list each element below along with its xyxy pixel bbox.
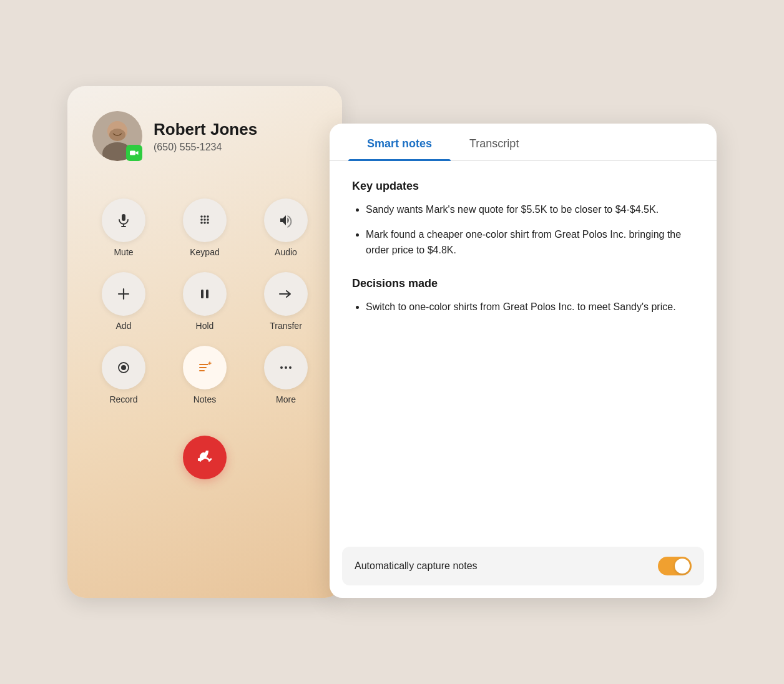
end-call-button[interactable] [183, 436, 227, 479]
tab-smart-notes[interactable]: Smart notes [348, 124, 451, 160]
keypad-label: Keypad [190, 247, 219, 257]
toggle-thumb [675, 559, 690, 574]
mute-button[interactable]: Mute [92, 198, 155, 257]
svg-point-8 [200, 215, 203, 218]
audio-button[interactable]: Audio [255, 198, 317, 257]
svg-point-3 [109, 129, 125, 141]
list-item: Sandy wants Mark's new quote for $5.5K t… [366, 202, 694, 218]
mute-label: Mute [114, 247, 133, 257]
svg-point-29 [280, 366, 283, 369]
add-label: Add [116, 321, 132, 331]
svg-rect-4 [130, 151, 135, 155]
capture-toggle[interactable] [658, 557, 692, 575]
decisions-title: Decisions made [352, 277, 694, 290]
capture-notes-bar: Automatically capture notes [342, 547, 704, 585]
svg-rect-19 [201, 290, 203, 298]
tabs-bar: Smart notes Transcript [330, 124, 717, 161]
hold-icon [197, 286, 212, 301]
caller-info: Robert Jones (650) 555-1234 [92, 111, 257, 161]
add-icon [116, 286, 131, 301]
svg-point-15 [203, 222, 206, 224]
key-updates-section: Key updates Sandy wants Mark's new quote… [352, 180, 694, 258]
svg-point-10 [207, 215, 209, 218]
transfer-button[interactable]: Transfer [255, 272, 317, 331]
svg-point-12 [203, 218, 206, 221]
tab-transcript[interactable]: Transcript [451, 124, 537, 160]
notes-icon [197, 360, 213, 375]
transfer-label: Transfer [270, 321, 302, 331]
svg-point-11 [200, 218, 203, 221]
video-badge [126, 145, 142, 161]
list-item: Mark found a cheaper one-color shirt fro… [366, 227, 694, 258]
decisions-section: Decisions made Switch to one-color shirt… [352, 277, 694, 315]
caller-phone: (650) 555-1234 [154, 142, 257, 153]
key-updates-list: Sandy wants Mark's new quote for $5.5K t… [352, 202, 694, 258]
notes-button[interactable]: Notes [174, 346, 236, 404]
caller-text: Robert Jones (650) 555-1234 [154, 120, 257, 153]
hold-label: Hold [196, 321, 214, 331]
audio-label: Audio [275, 247, 297, 257]
decisions-list: Switch to one-color shirts from Great Po… [352, 299, 694, 315]
key-updates-title: Key updates [352, 180, 694, 193]
notes-label: Notes [194, 394, 217, 404]
more-icon [278, 360, 293, 375]
button-grid: Mute Keypad [92, 198, 317, 404]
list-item: Switch to one-color shirts from Great Po… [366, 299, 694, 315]
transfer-icon [278, 286, 294, 301]
keypad-icon [197, 213, 212, 228]
svg-rect-5 [122, 214, 125, 221]
svg-point-16 [207, 222, 209, 224]
avatar [92, 111, 142, 161]
keypad-button[interactable]: Keypad [174, 198, 236, 257]
record-button[interactable]: Record [92, 346, 155, 404]
smart-notes-card: Smart notes Transcript Key updates Sandy… [330, 124, 717, 598]
phone-card: Robert Jones (650) 555-1234 Mute [67, 86, 342, 598]
mic-icon [116, 213, 131, 228]
toggle-track [658, 557, 692, 575]
svg-point-23 [121, 365, 126, 370]
more-button[interactable]: More [255, 346, 317, 404]
svg-rect-20 [206, 290, 208, 298]
caller-name: Robert Jones [154, 120, 257, 139]
add-button[interactable]: Add [92, 272, 155, 331]
end-call-icon [196, 449, 213, 466]
svg-point-14 [200, 222, 203, 224]
capture-notes-label: Automatically capture notes [355, 560, 478, 572]
audio-icon [278, 213, 293, 228]
more-label: More [276, 394, 296, 404]
svg-point-9 [203, 215, 206, 218]
record-label: Record [109, 394, 137, 404]
record-icon [116, 360, 131, 375]
svg-point-31 [289, 366, 292, 369]
svg-point-13 [207, 218, 209, 221]
svg-point-30 [285, 366, 287, 369]
hold-button[interactable]: Hold [174, 272, 236, 331]
notes-content: Key updates Sandy wants Mark's new quote… [330, 161, 717, 537]
